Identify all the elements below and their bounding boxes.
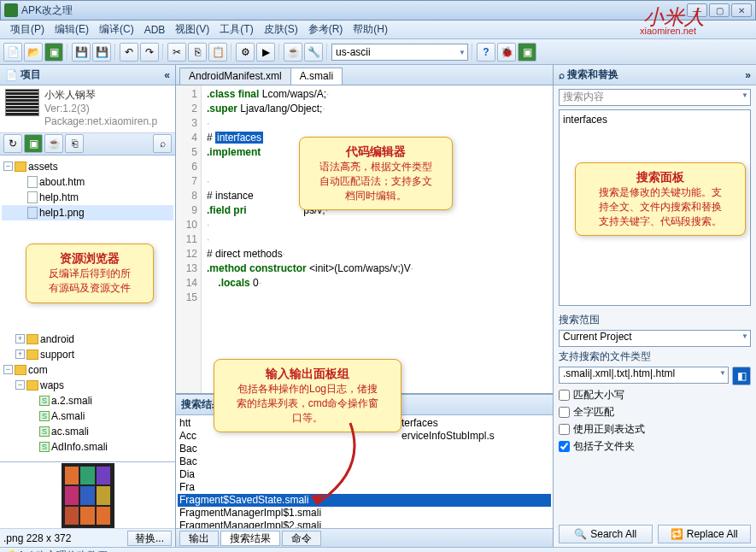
- magnify-icon: 🔍: [574, 528, 587, 540]
- tab-manifest[interactable]: AndroidManifest.xml: [179, 68, 291, 85]
- search-term-combo[interactable]: 搜索内容: [559, 89, 751, 106]
- menu-adb[interactable]: ADB: [139, 22, 171, 38]
- bug-icon[interactable]: 🐞: [497, 43, 516, 62]
- app-icon: [4, 3, 18, 17]
- callout-browser: 资源浏览器反编译后得到的所 有源码及资源文件: [26, 244, 154, 303]
- types-browse-icon[interactable]: ◧: [732, 367, 751, 385]
- replace-icon: 🔁: [671, 528, 683, 540]
- saveall-icon[interactable]: 💾: [92, 43, 111, 62]
- maximize-button[interactable]: ▢: [709, 3, 730, 17]
- opt-whole[interactable]: 全字匹配: [559, 405, 751, 420]
- menu-ref[interactable]: 参考(R): [303, 21, 349, 38]
- menu-project[interactable]: 项目(P): [5, 21, 50, 38]
- filter-icon[interactable]: ☕: [44, 134, 63, 153]
- callout-search: 搜索面板搜索是修改的关键功能。支 持全文、文件内搜索和替换 支持关键字、代码段搜…: [575, 162, 746, 236]
- project-tree[interactable]: −assets about.htm help.htm help1.png +an…: [0, 156, 175, 461]
- btab-output[interactable]: 输出: [179, 531, 219, 546]
- btab-cmd[interactable]: 命令: [282, 531, 321, 546]
- package-icon: [5, 89, 39, 116]
- copy-icon[interactable]: ⎘: [188, 43, 207, 62]
- app-version: Ver:1.2(3): [44, 103, 157, 116]
- close-button[interactable]: ✕: [731, 3, 752, 17]
- undo-icon[interactable]: ↶: [120, 43, 138, 62]
- tool-icon[interactable]: 🔧: [304, 43, 323, 62]
- project-panel-title: 项目: [21, 68, 41, 82]
- menu-tools[interactable]: 工具(T): [214, 21, 258, 38]
- file-icon: 📄: [5, 69, 18, 81]
- about-icon[interactable]: ▣: [518, 43, 536, 62]
- collapse-right-icon[interactable]: »: [745, 69, 751, 81]
- scope-combo[interactable]: Current Project: [559, 330, 751, 347]
- refresh-icon[interactable]: ↻: [3, 134, 22, 153]
- opt-regex[interactable]: 使用正则表达式: [559, 422, 751, 437]
- menubar: 项目(P) 编辑(E) 编译(C) ADB 视图(V) 工具(T) 皮肤(S) …: [0, 21, 756, 39]
- toolbar: 📄 📂 ▣ 💾 💾 ↶ ↷ ✂ ⎘ 📋 ⚙ ▶ ☕ 🔧 us-ascii ? 🐞…: [0, 39, 756, 65]
- menu-view[interactable]: 视图(V): [170, 21, 214, 38]
- window-title: APK改之理: [21, 3, 687, 18]
- search-icon: ⌕: [559, 69, 565, 81]
- charset-combo[interactable]: us-ascii: [331, 44, 468, 61]
- minimize-button[interactable]: —: [687, 3, 707, 17]
- types-label: 支持搜索的文件类型: [559, 349, 751, 364]
- replace-all-button[interactable]: 🔁Replace All: [658, 525, 752, 543]
- app-package: Package:net.xiaomiren.p: [44, 115, 157, 129]
- cut-icon[interactable]: ✂: [167, 43, 186, 62]
- menu-help[interactable]: 帮助(H): [348, 21, 393, 38]
- apk-icon[interactable]: ▣: [44, 43, 63, 62]
- build-icon[interactable]: ⚙: [236, 43, 255, 62]
- tree-icon[interactable]: ⎗: [65, 134, 84, 153]
- nav-icon[interactable]: ▣: [24, 134, 43, 153]
- menu-compile[interactable]: 编译(C): [94, 21, 139, 38]
- find-icon[interactable]: ⌕: [153, 134, 172, 153]
- app-name: 小米人钢琴: [44, 89, 157, 103]
- line-gutter: 123456789101112131415: [176, 85, 202, 393]
- thumbnail-preview: [62, 463, 114, 528]
- paste-icon[interactable]: 📋: [208, 43, 227, 62]
- open-icon[interactable]: 📂: [24, 43, 43, 62]
- opt-case[interactable]: 匹配大小写: [559, 388, 751, 402]
- scope-label: 搜索范围: [559, 313, 751, 327]
- menu-edit[interactable]: 编辑(E): [50, 21, 94, 38]
- thumb-info: .png 228 x 372: [3, 532, 71, 544]
- run-icon[interactable]: ▶: [256, 43, 275, 62]
- collapse-left-icon[interactable]: «: [164, 69, 170, 81]
- opt-subdir[interactable]: 包括子文件夹: [559, 439, 751, 454]
- redo-icon[interactable]: ↷: [140, 43, 159, 62]
- types-combo[interactable]: .smali|.xml|.txt|.htm|.html: [559, 367, 729, 384]
- java-icon[interactable]: ☕: [284, 43, 302, 62]
- callout-io: 输入输出面板组包括各种操作的Log日志，偖搜 索的结果列表，cmd命令操作窗 口…: [214, 359, 401, 432]
- status-text: Apk改之理修改教程: [18, 549, 108, 552]
- callout-editor: 代码编辑器语法高亮，根据文件类型 自动匹配语法；支持多文 档同时编辑。: [299, 137, 453, 210]
- save-icon[interactable]: 💾: [72, 43, 91, 62]
- help-icon[interactable]: ?: [477, 43, 495, 62]
- search-panel-title: 搜索和替换: [567, 68, 618, 82]
- tab-smali[interactable]: A.smali: [290, 68, 343, 85]
- menu-skin[interactable]: 皮肤(S): [259, 21, 303, 38]
- new-icon[interactable]: 📄: [3, 43, 22, 62]
- code-editor[interactable]: .class final Lcom/waps/A;· .super Ljava/…: [202, 85, 553, 393]
- btab-results[interactable]: 搜索结果: [220, 531, 280, 546]
- replace-button[interactable]: 替换...: [127, 531, 172, 546]
- search-all-button[interactable]: 🔍Search All: [559, 525, 653, 543]
